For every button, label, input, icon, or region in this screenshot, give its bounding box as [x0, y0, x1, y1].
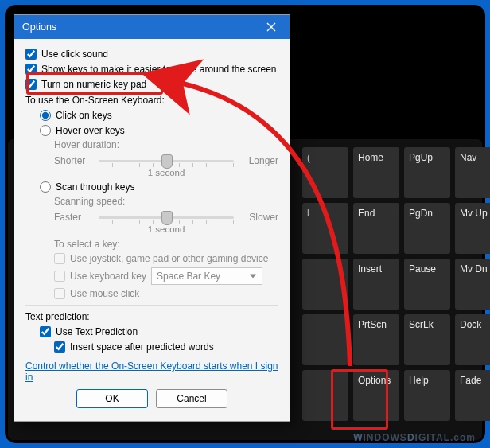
hover-over-keys-radio[interactable] — [40, 125, 51, 136]
use-keyboard-key-row: Use keyboard key Space Bar Key — [54, 267, 278, 285]
use-click-sound-row[interactable]: Use click sound — [25, 48, 278, 60]
close-icon — [266, 22, 276, 32]
click-on-keys-radio[interactable] — [40, 110, 51, 121]
dialog-titlebar[interactable]: Options — [14, 15, 290, 39]
scan-faster-label: Faster — [54, 212, 92, 223]
show-keys-label: Show keys to make it easier to move arou… — [41, 63, 276, 76]
use-click-sound-label: Use click sound — [41, 48, 108, 60]
watermark: WINDOWSDIGITAL.com — [353, 432, 476, 443]
hover-shorter-label: Shorter — [54, 155, 92, 166]
insert-space-label: Insert space after predicted words — [70, 341, 214, 353]
scan-through-keys-row[interactable]: Scan through keys — [40, 181, 278, 193]
osk-key-end[interactable]: End — [353, 203, 399, 254]
turn-on-numpad-row[interactable]: Turn on numeric key pad — [25, 78, 278, 91]
text-prediction-header: Text prediction: — [25, 310, 278, 323]
osk-key-help[interactable]: Help — [404, 370, 450, 421]
options-dialog: Options Use click sound Show keys to mak… — [14, 14, 290, 422]
use-click-sound-checkbox[interactable] — [25, 49, 37, 60]
dialog-buttons: OK Cancel — [25, 383, 278, 416]
osk-key-dock[interactable]: Dock — [455, 314, 490, 365]
watermark-part: IGITAL — [415, 432, 450, 443]
osk-key-insert[interactable]: Insert — [353, 259, 399, 310]
use-joystick-row: Use joystick, game pad or other gaming d… — [54, 252, 278, 265]
osk-key-fragment[interactable]: l — [302, 203, 348, 254]
watermark-part: D — [407, 432, 415, 443]
osk-key-mvdn[interactable]: Mv Dn — [455, 259, 490, 310]
use-mouse-click-checkbox — [54, 288, 65, 299]
hover-duration-block: Hover duration: Shorter Longer 1 second — [54, 139, 278, 177]
insert-space-checkbox[interactable] — [54, 341, 65, 353]
osk-key-pause[interactable]: Pause — [404, 259, 450, 310]
watermark-part: W — [353, 432, 363, 443]
insert-space-row[interactable]: Insert space after predicted words — [54, 341, 278, 353]
osk-key-mvup[interactable]: Mv Up — [455, 203, 490, 254]
osk-key-grid: ( Home PgUp Nav l End PgDn Mv Up Insert … — [302, 147, 474, 421]
slider-thumb — [161, 154, 173, 169]
osk-key-nav[interactable]: Nav — [455, 147, 490, 198]
slider-thumb — [161, 211, 173, 225]
scanning-speed-label: Scanning speed: — [54, 196, 278, 207]
osk-key-options[interactable]: Options — [353, 370, 399, 421]
separator — [25, 305, 278, 306]
use-text-prediction-row[interactable]: Use Text Prediction — [40, 325, 278, 338]
osk-key-scrlk[interactable]: ScrLk — [404, 314, 450, 365]
hover-longer-label: Longer — [240, 155, 278, 166]
cancel-button[interactable]: Cancel — [156, 389, 228, 408]
close-button[interactable] — [256, 18, 286, 37]
hover-over-keys-label: Hover over keys — [56, 124, 125, 137]
osk-key-fragment[interactable] — [302, 259, 348, 310]
click-on-keys-row[interactable]: Click on keys — [40, 109, 278, 122]
show-keys-row[interactable]: Show keys to make it easier to move arou… — [25, 63, 278, 76]
watermark-part: INDOWS — [364, 432, 407, 443]
scan-slower-label: Slower — [240, 212, 278, 223]
keyboard-key-select: Space Bar Key — [151, 267, 262, 285]
signin-link[interactable]: Control whether the On-Screen Keyboard s… — [25, 360, 278, 383]
ok-button[interactable]: OK — [76, 389, 148, 408]
keyboard-key-value: Space Bar Key — [157, 270, 220, 282]
osk-key-fragment[interactable] — [302, 314, 348, 365]
osk-key-fragment[interactable]: ( — [302, 147, 348, 198]
use-text-prediction-checkbox[interactable] — [40, 326, 51, 337]
dialog-body: Use click sound Show keys to make it eas… — [14, 39, 290, 421]
use-keyboard-key-label: Use keyboard key — [70, 270, 146, 282]
watermark-part: .com — [450, 432, 476, 443]
click-on-keys-label: Click on keys — [56, 109, 112, 122]
use-mouse-click-row: Use mouse click — [54, 287, 278, 300]
hover-duration-label: Hover duration: — [54, 139, 278, 150]
scanning-speed-block: Scanning speed: Faster Slower 1 second T… — [54, 196, 278, 300]
use-mouse-click-label: Use mouse click — [70, 287, 139, 300]
use-osk-label: To use the On-Screen Keyboard: — [25, 94, 278, 107]
scan-through-keys-radio[interactable] — [40, 181, 51, 193]
dialog-title: Options — [22, 21, 256, 33]
osk-key-pgup[interactable]: PgUp — [404, 147, 450, 198]
osk-key-fade[interactable]: Fade — [455, 370, 490, 421]
osk-key-pgdn[interactable]: PgDn — [404, 203, 450, 254]
use-text-prediction-label: Use Text Prediction — [56, 325, 138, 338]
hover-over-keys-row[interactable]: Hover over keys — [40, 124, 278, 137]
hover-duration-slider — [99, 152, 234, 169]
turn-on-numpad-label: Turn on numeric key pad — [41, 78, 146, 91]
select-key-label: To select a key: — [54, 239, 278, 250]
scan-through-keys-label: Scan through keys — [56, 181, 134, 193]
osk-key-fragment[interactable] — [302, 370, 348, 421]
use-joystick-checkbox — [54, 253, 65, 264]
osk-key-prtscn[interactable]: PrtScn — [353, 314, 399, 365]
use-keyboard-key-checkbox — [54, 271, 65, 282]
scanning-speed-slider — [99, 208, 234, 226]
use-joystick-label: Use joystick, game pad or other gaming d… — [70, 252, 268, 265]
turn-on-numpad-checkbox[interactable] — [25, 79, 37, 90]
show-keys-checkbox[interactable] — [25, 64, 37, 75]
osk-key-home[interactable]: Home — [353, 147, 399, 198]
